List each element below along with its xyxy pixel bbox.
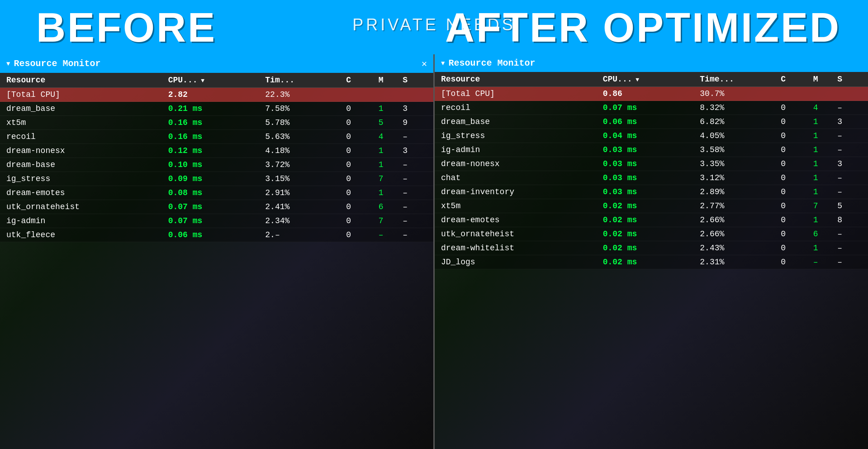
left-table-row[interactable]: dream_base0.21 ms7.58%013 (0, 102, 433, 116)
right-col-m[interactable]: M (813, 75, 838, 84)
right-cell-c-11: 0 (781, 244, 813, 253)
right-cell-c-12: 0 (781, 258, 813, 267)
left-table-row[interactable]: ig_stress0.09 ms3.15%07– (0, 172, 433, 186)
right-table-row[interactable]: chat0.03 ms3.12%01– (435, 171, 868, 185)
right-cell-c-1: 0 (781, 103, 813, 112)
right-cell-time-4: 3.58% (700, 145, 781, 154)
left-table-row[interactable]: dream-base0.10 ms3.72%01– (0, 158, 433, 172)
left-cell-s-10: – (403, 230, 427, 239)
right-cell-m-4: 1 (813, 145, 838, 154)
right-cell-s-7: – (837, 187, 862, 196)
right-cell-s-8: 5 (837, 201, 862, 210)
right-cell-time-0: 30.7% (700, 89, 781, 98)
left-cell-m-1: 1 (379, 104, 403, 113)
close-button-left[interactable]: ✕ (422, 58, 427, 69)
right-cell-m-9: 1 (813, 215, 838, 224)
right-col-time[interactable]: Time... (700, 75, 781, 84)
left-table-row[interactable]: xt5m0.16 ms5.78%059 (0, 116, 433, 130)
right-cell-cpu-10: 0.02 ms (603, 229, 700, 239)
left-cell-s-9: – (403, 216, 427, 225)
left-table-row[interactable]: dream-nonesx0.12 ms4.18%013 (0, 144, 433, 158)
left-cell-time-5: 3.72% (265, 160, 346, 169)
right-cell-cpu-11: 0.02 ms (603, 244, 700, 253)
left-table-row[interactable]: [Total CPU]2.8222.3% (0, 88, 433, 102)
collapse-icon-right[interactable]: ▼ (441, 60, 445, 67)
right-table-row[interactable]: recoil0.07 ms8.32%04– (435, 101, 868, 115)
right-cell-time-1: 8.32% (700, 103, 781, 112)
right-cell-c-5: 0 (781, 159, 813, 168)
left-table-row[interactable]: recoil0.16 ms5.63%04– (0, 130, 433, 144)
right-table-row[interactable]: utk_ornateheist0.02 ms2.66%06– (435, 227, 868, 241)
right-cell-name-8: xt5m (441, 201, 603, 210)
left-cell-name-6: ig_stress (6, 174, 168, 183)
right-cell-time-3: 4.05% (700, 131, 781, 140)
right-cell-name-5: dream-nonesx (441, 159, 603, 168)
left-cell-name-5: dream-base (6, 160, 168, 169)
right-cell-s-5: 3 (837, 159, 862, 168)
left-cell-c-4: 0 (346, 146, 379, 155)
left-titlebar-left: ▼ Resource Monitor (6, 58, 100, 69)
left-cell-c-7: 0 (346, 188, 379, 197)
right-cell-cpu-12: 0.02 ms (603, 258, 700, 267)
left-table-row[interactable]: ig-admin0.07 ms2.34%07– (0, 214, 433, 228)
right-table-row[interactable]: dream-nonesx0.03 ms3.35%013 (435, 157, 868, 171)
right-cell-name-9: dream-emotes (441, 215, 603, 224)
left-cell-time-6: 3.15% (265, 174, 346, 183)
right-cell-c-4: 0 (781, 145, 813, 154)
right-table-row[interactable]: dream-inventory0.03 ms2.89%01– (435, 185, 868, 199)
right-cell-m-11: 1 (813, 244, 838, 253)
left-cell-c-1: 0 (346, 104, 379, 113)
right-table-row[interactable]: xt5m0.02 ms2.77%075 (435, 199, 868, 213)
right-cell-cpu-7: 0.03 ms (603, 187, 700, 196)
right-table-row[interactable]: dream_base0.06 ms6.82%013 (435, 115, 868, 129)
left-cell-m-8: 6 (379, 202, 403, 211)
right-col-s[interactable]: S (837, 75, 862, 84)
left-col-c[interactable]: C (346, 76, 379, 85)
left-cell-name-1: dream_base (6, 104, 168, 113)
left-cell-time-0: 22.3% (265, 90, 346, 99)
right-table-row[interactable]: [Total CPU]0.8630.7% (435, 87, 868, 101)
panels-container: ▼ Resource Monitor ✕ Resource CPU... Tim… (0, 54, 868, 449)
left-cell-cpu-4: 0.12 ms (168, 146, 266, 155)
left-cell-name-10: utk_fleece (6, 230, 168, 239)
right-table-row[interactable]: ig_stress0.04 ms4.05%01– (435, 129, 868, 143)
right-cell-c-2: 0 (781, 117, 813, 126)
after-label: AFTER OPTIMIZED (445, 5, 841, 51)
left-cell-cpu-10: 0.06 ms (168, 230, 266, 239)
right-cell-time-7: 2.89% (700, 187, 781, 196)
right-table-row[interactable]: dream-whitelist0.02 ms2.43%01– (435, 241, 868, 255)
right-col-cpu[interactable]: CPU... (603, 75, 700, 84)
left-cell-name-2: xt5m (6, 118, 168, 127)
right-cell-s-6: – (837, 173, 862, 182)
right-table-row[interactable]: JD_logs0.02 ms2.31%0–– (435, 255, 868, 269)
left-cell-cpu-7: 0.08 ms (168, 188, 266, 197)
right-table-body: [Total CPU]0.8630.7%recoil0.07 ms8.32%04… (435, 87, 868, 449)
left-col-time[interactable]: Tim... (265, 76, 346, 85)
right-cell-name-0: [Total CPU] (441, 89, 603, 98)
left-table-row[interactable]: dream-emotes0.08 ms2.91%01– (0, 186, 433, 200)
right-cell-c-7: 0 (781, 187, 813, 196)
collapse-icon-left[interactable]: ▼ (6, 60, 10, 67)
right-titlebar-left: ▼ Resource Monitor (441, 58, 535, 68)
right-col-c[interactable]: C (781, 75, 813, 84)
right-col-resource[interactable]: Resource (441, 75, 603, 84)
right-cell-time-6: 3.12% (700, 173, 781, 182)
left-col-s[interactable]: S (403, 76, 427, 85)
right-cell-name-7: dream-inventory (441, 187, 603, 196)
left-cell-cpu-5: 0.10 ms (168, 160, 266, 169)
left-table-row[interactable]: utk_ornateheist0.07 ms2.41%06– (0, 200, 433, 214)
left-cell-c-2: 0 (346, 118, 379, 127)
right-cell-c-3: 0 (781, 131, 813, 140)
right-table-row[interactable]: ig-admin0.03 ms3.58%01– (435, 143, 868, 157)
right-table-row[interactable]: dream-emotes0.02 ms2.66%018 (435, 213, 868, 227)
left-cell-m-2: 5 (379, 118, 403, 127)
left-col-m[interactable]: M (379, 76, 403, 85)
right-cell-m-7: 1 (813, 187, 838, 196)
left-table-row[interactable]: utk_fleece0.06 ms2.–0–– (0, 228, 433, 242)
right-cell-m-3: 1 (813, 131, 838, 140)
right-cell-c-6: 0 (781, 173, 813, 182)
right-cell-m-1: 4 (813, 103, 838, 112)
left-col-resource[interactable]: Resource (6, 76, 168, 85)
right-cell-s-3: – (837, 131, 862, 140)
left-col-cpu[interactable]: CPU... (168, 76, 266, 85)
